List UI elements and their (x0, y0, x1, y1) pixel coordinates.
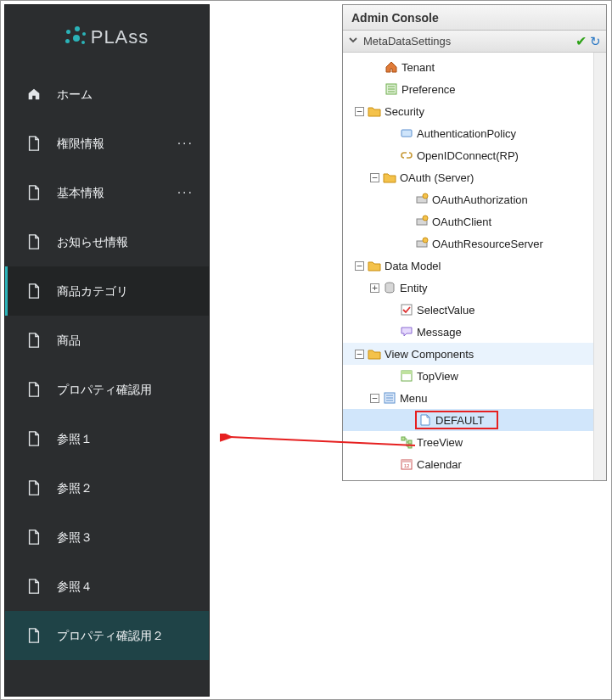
more-icon[interactable]: ··· (177, 136, 195, 151)
tree-row-authenticationpolicy[interactable]: AuthenticationPolicy (343, 122, 606, 144)
file-icon (26, 431, 42, 446)
tree-node-label: SelectValue (417, 304, 474, 316)
sidebar-item-label: お知らせ情報 (57, 234, 195, 249)
file-icon (26, 283, 42, 299)
svr-icon (415, 237, 429, 250)
expand-toggle[interactable]: − (370, 173, 379, 182)
tree-node-label: Data Model (385, 260, 441, 272)
tree-row-view-components[interactable]: −View Components (343, 343, 606, 365)
tree-row-topview[interactable]: TopView (343, 365, 606, 387)
svr-icon (415, 193, 429, 206)
tree-row-oauth-server-[interactable]: −OAuth (Server) (343, 166, 606, 188)
expand-toggle[interactable]: − (370, 394, 379, 403)
tree-row-menu[interactable]: −Menu (343, 387, 606, 409)
tree-row-oauthclient[interactable]: OAuthClient (343, 210, 606, 232)
sidebar-item-1[interactable]: 権限情報··· (5, 119, 209, 168)
sidebar-item-9[interactable]: 参照３ (5, 512, 209, 562)
sidebar-item-3[interactable]: お知らせ情報 (5, 217, 209, 266)
svg-rect-19 (401, 437, 405, 440)
sidebar-item-11[interactable]: プロパティ確認用２ (5, 611, 209, 660)
tree-row-security[interactable]: −Security (343, 100, 606, 122)
folder-icon (368, 259, 381, 272)
tree-row-oauthresourceserver[interactable]: OAuthResourceServer (343, 232, 606, 255)
cal-icon: 12 (400, 457, 413, 471)
sidebar-item-5[interactable]: 商品 (5, 316, 209, 365)
tree-row-tenant[interactable]: Tenant (343, 56, 606, 78)
sidebar-item-label: ホーム (57, 87, 195, 102)
svg-rect-12 (401, 305, 412, 315)
sidebar-item-label: 参照４ (57, 579, 195, 594)
sidebar-item-label: 基本情報 (57, 185, 177, 200)
chevron-down-icon (348, 35, 358, 48)
sidebar-menu: ホーム権限情報···基本情報···お知らせ情報商品カテゴリ商品プロパティ確認用参… (5, 70, 209, 660)
file-icon (26, 628, 42, 643)
folder-icon (383, 171, 396, 184)
sidebar-item-7[interactable]: 参照１ (5, 414, 209, 463)
highlighted-node: DEFAULT (415, 411, 498, 429)
svg-point-6 (423, 193, 428, 199)
tree-row-default[interactable]: DEFAULT (343, 409, 606, 431)
tree-row-data-model[interactable]: −Data Model (343, 255, 606, 277)
refresh-icon[interactable]: ↻ (590, 34, 601, 49)
file-icon (26, 185, 42, 200)
page-icon (418, 413, 432, 427)
console-title: Admin Console (343, 5, 606, 31)
sidebar-item-10[interactable]: 参照４ (5, 562, 209, 611)
tree-row-selectvalue[interactable]: SelectValue (343, 299, 606, 321)
expand-toggle[interactable]: + (370, 283, 379, 293)
file-icon (26, 136, 42, 151)
tree-row-message[interactable]: Message (343, 321, 606, 343)
home-icon (385, 60, 398, 74)
file-icon (26, 529, 42, 545)
svg-rect-23 (401, 460, 412, 462)
file-icon (26, 579, 42, 594)
tree-row-preference[interactable]: Preference (343, 78, 606, 100)
sidebar-item-6[interactable]: プロパティ確認用 (5, 365, 209, 414)
tree-node-label: Entity (400, 282, 428, 294)
sidebar-item-label: 参照２ (57, 480, 195, 496)
expand-toggle[interactable]: − (355, 350, 364, 359)
tree: TenantPreference−SecurityAuthenticationP… (343, 53, 606, 480)
tree-row-oauthauthorization[interactable]: OAuthAuthorization (343, 188, 606, 210)
expand-toggle[interactable]: − (355, 107, 364, 116)
section-label: MetaDataSettings (363, 35, 576, 48)
folder-icon (368, 104, 381, 118)
sidebar-item-0[interactable]: ホーム (5, 70, 209, 119)
sidebar-item-label: 商品 (57, 333, 195, 348)
tree-node-label: View Components (385, 348, 474, 361)
sidebar-item-label: 参照１ (57, 431, 195, 446)
tree-node-label: Tenant (401, 61, 435, 74)
tree-node-label: OAuthClient (432, 216, 491, 228)
check-icon[interactable]: ✔ (576, 33, 587, 49)
svg-point-10 (423, 238, 428, 243)
svg-point-8 (423, 216, 428, 221)
tree-node-label: Menu (400, 392, 428, 405)
file-icon (26, 234, 42, 249)
tree-row-calendar[interactable]: 12Calendar (343, 453, 606, 475)
more-icon[interactable]: ··· (177, 185, 195, 200)
section-header[interactable]: MetaDataSettings ✔ ↻ (343, 31, 606, 53)
tree-node-label: TreeView (417, 436, 463, 449)
tree-row-openidconnect-rp-[interactable]: OpenIDConnect(RP) (343, 144, 606, 166)
logo-text: PLAss (91, 26, 149, 48)
tree-node-label: OpenIDConnect(RP) (417, 149, 519, 162)
sidebar-item-4[interactable]: 商品カテゴリ (5, 266, 209, 316)
sidebar-logo: PLAss (5, 5, 209, 70)
tree-row-treeview[interactable]: TreeView (343, 431, 606, 453)
badge-icon (400, 126, 413, 140)
sidebar-item-label: 参照３ (57, 529, 195, 545)
tree-node-label: Calendar (417, 458, 462, 471)
tree-icon (400, 435, 413, 449)
tree-row-entity[interactable]: +Entity (343, 277, 606, 299)
svg-rect-4 (401, 130, 412, 137)
sidebar-item-8[interactable]: 参照２ (5, 463, 209, 512)
tree-node-label: Security (385, 105, 424, 118)
sidebar-item-2[interactable]: 基本情報··· (5, 168, 209, 217)
logo-mark-icon (65, 27, 86, 48)
scrollbar[interactable] (593, 53, 606, 480)
svg-text:12: 12 (404, 463, 410, 468)
tree-node-label: DEFAULT (435, 414, 485, 427)
tree-node-label: OAuthResourceServer (432, 238, 543, 250)
expand-toggle[interactable]: − (355, 261, 364, 271)
svg-rect-20 (408, 440, 412, 444)
